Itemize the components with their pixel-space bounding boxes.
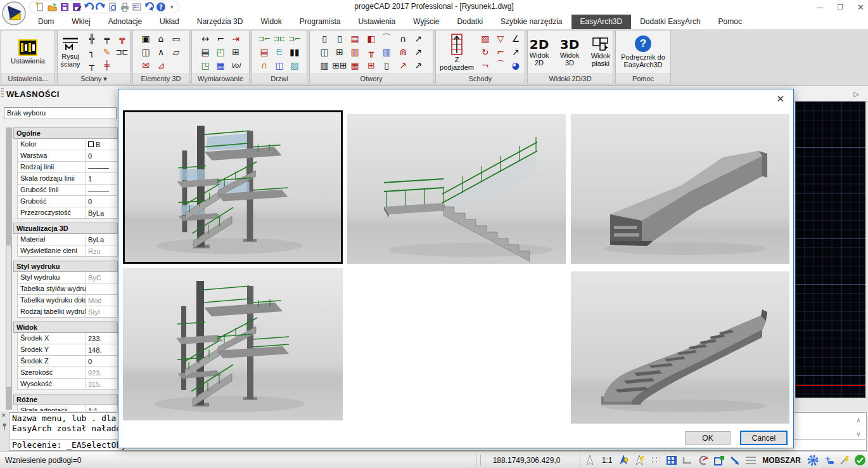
tab-szybkie-narzedzia[interactable]: Szybkie narzędzia (492, 15, 571, 29)
property-row-wyswietlanie-cieni[interactable]: Wyświetlanie cieni Rzu (17, 245, 118, 257)
column-icon[interactable]: ◫ (139, 46, 153, 58)
stair-turn-icon[interactable]: ⌐ (494, 46, 507, 58)
ustawienia-button[interactable]: Ustawienia (9, 38, 47, 66)
property-row-kolor[interactable]: Kolor B (17, 139, 118, 150)
door-double-icon[interactable]: ⊐⊏ (272, 32, 286, 45)
stair-straight-icon[interactable]: ▨ (478, 32, 492, 45)
tab-pomoc[interactable]: Pomoc (710, 15, 751, 29)
snap-dots-icon[interactable] (648, 453, 663, 467)
widok-2d-button[interactable]: 2D Widok 2D (525, 36, 553, 68)
tab-programista[interactable]: Programista (291, 15, 350, 29)
stair-thumbnail-2[interactable] (347, 114, 566, 264)
opening-arc-icon[interactable]: ⌒ (380, 32, 393, 45)
tag-icon[interactable]: ◳ (198, 59, 212, 72)
window-grid-icon[interactable]: ⊞ (333, 46, 347, 58)
close-button[interactable]: ✕ (857, 3, 864, 12)
tab-scroll-right-icon[interactable]: ▷ (854, 90, 859, 98)
dialog-close-icon[interactable]: ✕ (776, 93, 784, 105)
stair-thumbnail-4[interactable] (123, 268, 343, 420)
property-row-tabelka-stylow[interactable]: Tabelka stylów wydruku (17, 283, 118, 295)
volume-icon[interactable]: Vol (229, 59, 243, 72)
door-hatch-icon[interactable]: ▤ (257, 46, 271, 58)
polygon-slab-icon[interactable]: ▱ (169, 46, 183, 58)
tab-adnotacje[interactable]: Adnotacje (99, 15, 151, 29)
tab-wyjscie[interactable]: Wyjście (404, 15, 448, 29)
gear-icon[interactable] (805, 453, 820, 467)
curved-opening3-icon[interactable]: ↗ (411, 46, 425, 58)
stair-l-icon[interactable]: ¬ (478, 59, 492, 72)
window-grid6-icon[interactable]: ⊞⊞ (333, 59, 347, 72)
stair-spiral-icon[interactable]: ↻ (478, 46, 492, 58)
stair-curved-3d-icon[interactable]: ◕ (509, 59, 523, 72)
door-arch-icon[interactable]: ∩ (257, 59, 271, 72)
property-row-rodzaj-linii[interactable]: Rodzaj linii ——— (17, 162, 118, 173)
stair-run-icon[interactable]: ↗ (509, 46, 523, 58)
smart-arrow-icon[interactable] (616, 453, 632, 467)
property-row-rodzaj-tabelki[interactable]: Rodzaj tabelki wydruku Styl (17, 306, 118, 318)
wall-cross-icon[interactable]: ╬ (85, 32, 99, 45)
scroll-up-icon[interactable]: ∧ (856, 415, 860, 426)
polar-icon[interactable] (695, 453, 711, 467)
stair-arc-icon[interactable]: ⌒ (494, 59, 507, 72)
slab-outline-icon[interactable]: ▭ (169, 32, 183, 45)
property-row-tabelka-wydruku[interactable]: Tabelka wydruku dołąc... Mod (17, 295, 118, 306)
drawing-canvas[interactable] (795, 101, 865, 398)
group-label-elementy3d[interactable]: Elementy 3D (133, 74, 189, 84)
roof-delete-icon[interactable]: ⊿ (154, 59, 168, 72)
stair-thumbnail-3[interactable] (571, 114, 789, 264)
mobszar-toggle[interactable]: MOBSZAR (758, 456, 805, 465)
tab-uklad[interactable]: Układ (151, 15, 188, 29)
group-label-wymiarowanie[interactable]: Wymiarowanie (192, 74, 249, 84)
curved-opening4-icon[interactable]: ↗ (411, 59, 425, 72)
group-label-otwory[interactable]: Otwory (310, 74, 433, 84)
arch-window-icon[interactable]: ⋒ (396, 46, 410, 58)
otrack-icon[interactable] (727, 453, 743, 467)
z-podjazdem-button[interactable]: Z podjazdem (438, 32, 476, 72)
property-row-wysokosc[interactable]: Wysokość 315. (17, 379, 118, 390)
group-label-sciany[interactable]: Ściany ▾ (58, 74, 130, 84)
window-shutter2-icon[interactable]: ▥ (348, 46, 362, 58)
property-row-skala-rodzaju-linii[interactable]: Skala rodzaju linii 1 (17, 173, 118, 185)
section-widok[interactable]: Widok (13, 322, 118, 333)
window-shutter-icon[interactable]: ▤ (348, 32, 362, 45)
add-point-icon[interactable]: + (820, 453, 836, 467)
selection-dropdown[interactable]: Brak wyboru (4, 107, 117, 119)
properties-scrollbar[interactable] (6, 127, 12, 410)
stair-thumbnail-1[interactable] (123, 110, 343, 264)
box-3d-icon[interactable]: ▣ (139, 32, 153, 45)
window-2-icon[interactable]: ◫ (317, 46, 331, 58)
door-single-icon[interactable]: ⊐⌐ (257, 32, 271, 45)
wall-tee-icon[interactable]: ┬ (85, 59, 99, 72)
roof-icon[interactable]: ∧ (154, 46, 168, 58)
property-row-srodek-z[interactable]: Środek Z 0 (17, 356, 118, 367)
curved-opening-icon[interactable]: ↗ (396, 59, 410, 72)
wall-corner-icon[interactable]: ┐ (85, 46, 99, 58)
section-styl-wydruku[interactable]: Styl wydruku (13, 261, 118, 272)
tracking-arrow-icon[interactable] (582, 453, 598, 467)
lineweight-icon[interactable] (743, 453, 758, 467)
window-cross-icon[interactable]: ⊞ (364, 59, 378, 72)
property-row-material[interactable]: Materiał ByLa (17, 234, 118, 245)
maximize-button[interactable]: ❐ (837, 3, 843, 11)
tab-dom[interactable]: Dom (29, 15, 63, 29)
property-row-przezroczystosc[interactable]: Przezroczystość ByLa (17, 207, 118, 219)
tab-narzedzia-3d[interactable]: Narzędzia 3D (188, 15, 252, 29)
podrecznik-button[interactable]: ? Podręcznik do EasyArch3D (618, 34, 668, 70)
minimize-button[interactable]: — (816, 3, 823, 11)
pick-lightning-icon[interactable] (836, 453, 852, 467)
window-corner-icon[interactable]: ╥ (364, 46, 378, 58)
tab-dodatki-easyarch[interactable]: Dodatki EasyArch (631, 15, 709, 29)
section-ogolne[interactable]: Ogólne (13, 127, 118, 139)
window-blue-icon[interactable]: ▥ (380, 46, 393, 58)
pin-icon[interactable] (1, 422, 8, 431)
viewport-scale[interactable]: 1:1 (598, 456, 616, 465)
table-icon[interactable]: ▤ (198, 46, 212, 58)
group-label-drzwi[interactable]: Drzwi (252, 74, 307, 84)
linear-dim-icon[interactable]: ↔ (198, 32, 212, 45)
check-icon[interactable] (852, 453, 868, 467)
stair-fan-icon[interactable]: ▽ (494, 32, 507, 45)
rysuj-sciany-button[interactable]: Rysuj ściany (58, 35, 82, 69)
tab-ustawienia[interactable]: Ustawienia (349, 15, 404, 29)
arch-opening-icon[interactable]: ∩ (396, 32, 410, 45)
section-rozne[interactable]: Różne (13, 394, 118, 405)
